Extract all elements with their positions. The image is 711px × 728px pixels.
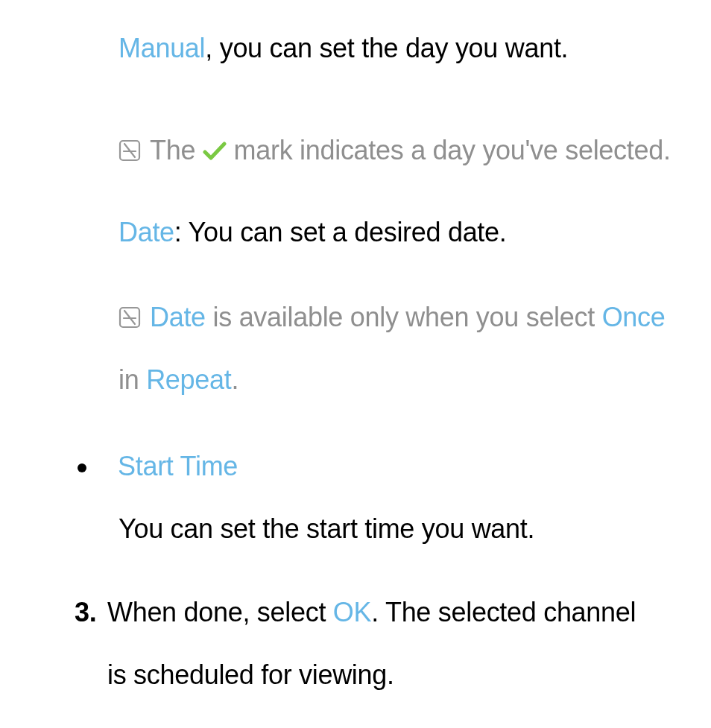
note1-pre: The <box>150 135 203 165</box>
keyword-ok: OK <box>333 597 371 627</box>
note1-post: mark indicates a day you've selected. <box>227 135 671 165</box>
bullet-icon <box>78 463 86 472</box>
note-date-availability: Date is available only when you select O… <box>118 286 685 411</box>
bullet-start-time: Start Time <box>78 453 711 480</box>
note-icon <box>118 139 141 162</box>
keyword-once: Once <box>602 302 666 332</box>
text-start-time-body: You can set the start time you want. <box>118 516 700 542</box>
keyword-repeat: Repeat <box>146 364 231 395</box>
heading-start-time: Start Time <box>118 451 238 481</box>
text-date-rest: : You can set a desired date. <box>174 217 507 247</box>
paragraph-date: Date: You can set a desired date. <box>118 219 685 246</box>
note2-mid: is available only when you select <box>206 302 602 332</box>
step-3: 3.When done, select OK. The selected cha… <box>75 581 686 706</box>
step3-pre: When done, select <box>107 597 333 627</box>
step-number: 3. <box>75 581 107 644</box>
note2-in: in <box>118 364 146 395</box>
note2-end: . <box>231 364 238 395</box>
paragraph-manual-day: Manual, you can set the day you want. <box>118 17 655 80</box>
checkmark-icon <box>203 121 227 140</box>
keyword-date2: Date <box>150 302 206 332</box>
note-checkmark: The mark indicates a day you've selected… <box>118 119 685 182</box>
keyword-date: Date <box>118 217 174 247</box>
manual-page: Manual, you can set the day you want. Th… <box>0 17 711 706</box>
keyword-manual: Manual <box>118 33 205 63</box>
note-icon <box>118 306 141 329</box>
text-manual-rest: , you can set the day you want. <box>205 33 568 63</box>
